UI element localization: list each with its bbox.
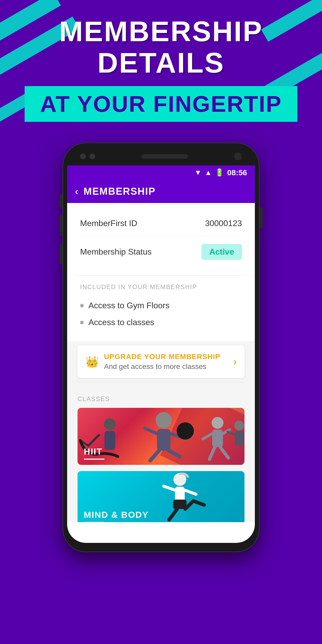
- mind-body-class-card[interactable]: MIND & BODY: [78, 471, 244, 522]
- membership-status-row: Membership Status Active: [80, 239, 242, 265]
- label-bar: [84, 459, 104, 460]
- signal-icon: ▲: [205, 169, 212, 177]
- svg-line-15: [209, 447, 215, 459]
- battery-icon: 🔋: [215, 168, 224, 177]
- svg-point-10: [177, 422, 194, 439]
- main-title: MEMBERSHIP DETAILS: [0, 16, 322, 78]
- membership-card: MemberFirst ID 30000123 Membership Statu…: [67, 203, 255, 275]
- status-bar: ▼ ▲ 🔋 08:56: [67, 165, 255, 180]
- bullet-icon: [80, 321, 84, 324]
- list-item: Access to classes: [80, 314, 242, 331]
- svg-line-25: [185, 490, 196, 494]
- volume-down-button: [59, 244, 62, 264]
- included-item-2: Access to classes: [88, 318, 154, 327]
- crown-icon: 👑: [85, 355, 99, 368]
- membership-status-label: Membership Status: [80, 247, 152, 257]
- svg-line-6: [145, 428, 157, 434]
- volume-up-button: [59, 215, 62, 236]
- svg-point-11: [212, 417, 223, 429]
- speaker-grill: [141, 154, 188, 159]
- member-id-row: MemberFirst ID 30000123: [80, 213, 242, 233]
- phone-screen: ‹ MEMBERSHIP MemberFirst ID 30000123 Mem…: [67, 180, 255, 543]
- svg-rect-12: [212, 430, 223, 447]
- time-display: 08:56: [227, 168, 247, 177]
- mute-button: [59, 194, 62, 207]
- upgrade-content: UPGRADE YOUR MEMBERSHIP And get access t…: [104, 353, 228, 371]
- phone-mockup: ▼ ▲ 🔋 08:56 ‹ MEMBERSHIP MemberFirst ID …: [0, 143, 322, 552]
- front-camera: [234, 152, 242, 160]
- back-button[interactable]: ‹: [75, 186, 78, 197]
- nav-bar: ‹ MEMBERSHIP: [67, 180, 255, 203]
- svg-line-28: [193, 501, 204, 505]
- svg-line-24: [164, 486, 175, 490]
- member-id-value: 30000123: [205, 219, 242, 228]
- section-divider-2: [78, 382, 244, 382]
- upgrade-banner[interactable]: 👑 UPGRADE YOUR MEMBERSHIP And get access…: [78, 345, 244, 378]
- classes-section-label: CLASSES: [78, 395, 244, 403]
- upgrade-title: UPGRADE YOUR MEMBERSHIP: [104, 353, 228, 361]
- svg-line-16: [220, 447, 228, 458]
- label-bar: [84, 522, 104, 522]
- power-button: [260, 207, 263, 228]
- svg-rect-1: [104, 431, 115, 450]
- svg-line-26: [169, 509, 177, 520]
- bullet-icon: [80, 304, 84, 307]
- svg-rect-5: [157, 429, 170, 451]
- subtitle-banner: AT YOUR FINGERTIP: [25, 86, 298, 122]
- sensor-dot: [89, 153, 95, 159]
- svg-line-9: [168, 450, 180, 457]
- svg-line-8: [150, 450, 159, 461]
- svg-line-19: [228, 432, 235, 435]
- hiit-class-card[interactable]: HIIT: [78, 408, 244, 465]
- nav-title: MEMBERSHIP: [83, 186, 156, 197]
- svg-rect-18: [235, 431, 244, 446]
- list-item: Access to Gym Floors: [80, 297, 242, 314]
- included-section-label: INCLUDED IN YOUR MEMBERSHIP: [80, 283, 242, 291]
- member-id-label: MemberFirst ID: [80, 219, 137, 228]
- svg-line-13: [203, 434, 212, 439]
- class-name-mind: MIND & BODY: [84, 510, 149, 522]
- divider: [80, 236, 242, 236]
- svg-point-0: [104, 418, 116, 430]
- camera-area: [80, 153, 95, 159]
- content-area: MemberFirst ID 30000123 Membership Statu…: [67, 203, 255, 522]
- camera-dot: [80, 153, 86, 159]
- chevron-right-icon: ›: [233, 356, 237, 367]
- classes-section: CLASSES: [67, 388, 255, 522]
- svg-line-20: [244, 435, 244, 438]
- status-badge: Active: [201, 244, 242, 260]
- phone-outer: ▼ ▲ 🔋 08:56 ‹ MEMBERSHIP MemberFirst ID …: [62, 143, 260, 552]
- included-item-1: Access to Gym Floors: [88, 301, 170, 310]
- svg-point-17: [234, 421, 244, 430]
- subtitle-text: AT YOUR FINGERTIP: [40, 91, 282, 117]
- class-name-hiit: HIIT: [84, 446, 104, 460]
- wifi-icon: ▼: [194, 169, 202, 177]
- included-section: INCLUDED IN YOUR MEMBERSHIP Access to Gy…: [67, 276, 255, 341]
- svg-line-2: [88, 435, 99, 446]
- phone-top-bar: [67, 147, 255, 165]
- status-icons: ▼ ▲ 🔋 08:56: [194, 168, 247, 177]
- svg-point-4: [156, 412, 172, 428]
- upgrade-subtitle: And get access to more classes: [104, 362, 228, 371]
- header-section: MEMBERSHIP DETAILS AT YOUR FINGERTIP: [0, 0, 322, 122]
